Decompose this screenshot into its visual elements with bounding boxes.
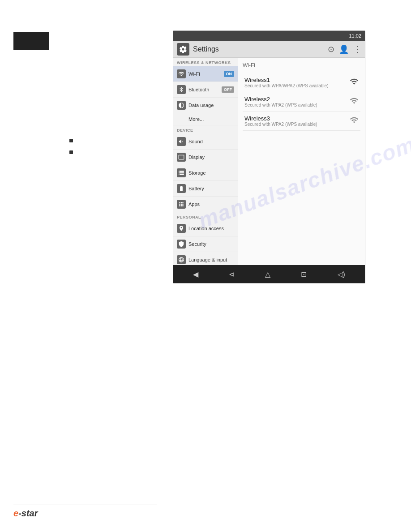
wifi-network-wireless3[interactable]: Wireless3 Secured with WPA2 (WPS availab… — [243, 112, 360, 131]
bluetooth-toggle[interactable]: OFF — [222, 86, 234, 93]
app-title: Settings — [193, 45, 328, 53]
storage-label: Storage — [188, 170, 234, 176]
sidebar-item-language-input[interactable]: Language & input — [173, 252, 238, 265]
apps-icon — [177, 200, 186, 209]
nav-recents[interactable]: ⊡ — [301, 270, 307, 279]
sidebar-item-apps[interactable]: Apps — [173, 197, 238, 212]
user-action-icon[interactable]: 👤 — [339, 44, 349, 54]
wifi-security-wireless2: Secured with WPA2 (WPS available) — [244, 103, 350, 107]
security-icon — [177, 240, 186, 249]
data-usage-icon — [177, 101, 186, 110]
language-input-label: Language & input — [188, 257, 234, 262]
wifi-name-wireless3: Wireless3 — [244, 115, 350, 122]
black-rectangle — [13, 32, 49, 50]
settings-app-icon — [177, 43, 189, 56]
location-access-icon — [177, 224, 186, 233]
battery-icon — [177, 184, 186, 193]
wifi-panel: Wi-Fi Wireless1 Secured with WPA/WPA2 (W… — [238, 58, 365, 265]
wifi-name-wireless2: Wireless2 — [244, 96, 350, 103]
sidebar-item-sound[interactable]: Sound — [173, 134, 238, 150]
wifi-label: Wi-Fi — [188, 71, 221, 77]
wifi-security-wireless3: Secured with WPA2 (WPS available) — [244, 122, 350, 127]
sidebar-item-wifi[interactable]: Wi-Fi ON — [173, 66, 238, 82]
wifi-info-wireless3: Wireless3 Secured with WPA2 (WPS availab… — [244, 115, 350, 127]
estar-logo: e-star — [13, 508, 38, 519]
wifi-toggle[interactable]: ON — [224, 71, 235, 77]
wifi-signal-wireless3 — [350, 116, 359, 126]
sidebar-item-display[interactable]: Display — [173, 150, 238, 165]
nav-volume-down[interactable]: ◀ — [193, 270, 198, 279]
security-label: Security — [188, 241, 234, 247]
overflow-action-icon[interactable]: ⋮ — [353, 44, 361, 54]
wifi-signal-wireless1 — [350, 77, 359, 88]
app-bar: Settings ⊙ 👤 ⋮ — [173, 41, 365, 58]
section-personal: PERSONAL — [173, 212, 238, 221]
bottom-divider — [13, 505, 157, 505]
wifi-network-wireless2[interactable]: Wireless2 Secured with WPA2 (WPS availab… — [243, 92, 360, 112]
sound-label: Sound — [188, 139, 234, 144]
bluetooth-icon — [177, 85, 186, 94]
status-bar: 11:02 — [173, 31, 365, 41]
wifi-icon — [177, 69, 186, 78]
nav-home[interactable]: △ — [265, 270, 270, 279]
language-input-icon — [177, 255, 186, 264]
bullet-list — [69, 139, 73, 154]
wifi-info-wireless2: Wireless2 Secured with WPA2 (WPS availab… — [244, 96, 350, 107]
nav-bar: ◀ ⊲ △ ⊡ ◁) — [173, 265, 365, 283]
main-content: WIRELESS & NETWORKS Wi-Fi ON Bluetooth — [173, 58, 365, 265]
app-bar-actions: ⊙ 👤 ⋮ — [328, 44, 361, 54]
storage-icon — [177, 168, 186, 177]
section-device: DEVICE — [173, 125, 238, 134]
sidebar: WIRELESS & NETWORKS Wi-Fi ON Bluetooth — [173, 58, 238, 265]
sidebar-item-data-usage[interactable]: Data usage — [173, 98, 238, 113]
section-wireless-networks: WIRELESS & NETWORKS — [173, 58, 238, 66]
sidebar-item-more[interactable]: More... — [173, 113, 238, 125]
wifi-signal-wireless2 — [350, 96, 359, 107]
battery-label: Battery — [188, 186, 234, 191]
wifi-name-wireless1: Wireless1 — [244, 77, 350, 83]
sidebar-item-bluetooth[interactable]: Bluetooth OFF — [173, 82, 238, 98]
bluetooth-label: Bluetooth — [188, 87, 219, 92]
wifi-panel-title: Wi-Fi — [243, 62, 360, 69]
bullet-1 — [69, 139, 73, 142]
display-icon — [177, 153, 186, 162]
sidebar-item-battery[interactable]: Battery — [173, 181, 238, 197]
sound-icon — [177, 137, 186, 146]
bullet-2 — [69, 150, 73, 154]
apps-label: Apps — [188, 202, 234, 207]
device-frame: 11:02 Settings ⊙ 👤 ⋮ WIRELESS & NETWORKS — [173, 30, 365, 283]
wifi-security-wireless1: Secured with WPA/WPA2 (WPS available) — [244, 83, 350, 88]
nav-back[interactable]: ⊲ — [229, 270, 235, 279]
status-time: 11:02 — [349, 33, 361, 39]
nav-volume-up[interactable]: ◁) — [338, 270, 345, 279]
search-action-icon[interactable]: ⊙ — [328, 44, 334, 54]
display-label: Display — [188, 154, 234, 160]
sidebar-item-security[interactable]: Security — [173, 236, 238, 252]
data-usage-label: Data usage — [188, 103, 234, 108]
sidebar-item-storage[interactable]: Storage — [173, 165, 238, 181]
sidebar-item-location-access[interactable]: Location access — [173, 221, 238, 236]
estar-e: e — [13, 508, 18, 518]
location-access-label: Location access — [188, 226, 234, 231]
wifi-info-wireless1: Wireless1 Secured with WPA/WPA2 (WPS ava… — [244, 77, 350, 88]
wifi-network-wireless1[interactable]: Wireless1 Secured with WPA/WPA2 (WPS ava… — [243, 73, 360, 92]
